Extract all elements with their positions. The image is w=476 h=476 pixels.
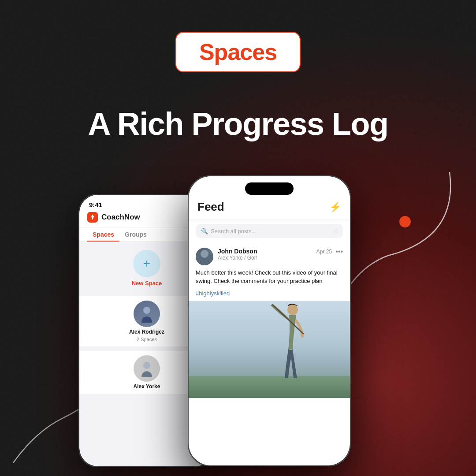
plus-icon: + xyxy=(143,257,150,271)
new-space-label: New Space xyxy=(132,280,162,286)
svg-point-1 xyxy=(143,362,150,369)
spaces-badge: Spaces xyxy=(175,32,301,72)
search-bar[interactable]: 🔍 Search all posts... ≡ xyxy=(196,224,343,238)
post-subtitle: Alex Yorke / Golf xyxy=(218,255,312,261)
post-meta: John Dobson Alex Yorke / Golf xyxy=(218,248,312,261)
main-headline: A Rich Progress Log xyxy=(88,106,388,142)
coachnow-logo-icon xyxy=(87,212,98,223)
avatar-alex-rodrigez xyxy=(134,301,160,327)
new-space-button[interactable]: + xyxy=(133,250,160,277)
orange-dot-decoration xyxy=(399,216,411,227)
svg-point-4 xyxy=(287,305,298,315)
svg-point-3 xyxy=(201,250,208,258)
feed-title: Feed xyxy=(197,200,224,214)
brand-name: CoachNow xyxy=(101,213,140,222)
post-date-area: Apr 25 ••• xyxy=(316,248,343,256)
post-hashtag: #highlyskilled xyxy=(189,289,350,301)
search-icon: 🔍 xyxy=(201,228,208,234)
svg-point-0 xyxy=(143,307,150,314)
post-avatar xyxy=(196,248,213,265)
filter-icon[interactable]: ≡ xyxy=(334,227,338,234)
tab-spaces[interactable]: Spaces xyxy=(87,227,119,242)
lightning-icon[interactable]: ⚡ xyxy=(329,201,341,213)
post-image xyxy=(189,301,350,398)
post-body: Much better this week! Check out this vi… xyxy=(189,269,350,289)
avatar-alex-yorke xyxy=(134,355,160,382)
status-time: 9:41 xyxy=(89,201,102,208)
feed-post: John Dobson Alex Yorke / Golf Apr 25 •••… xyxy=(189,242,350,398)
search-placeholder-text: Search all posts... xyxy=(211,228,331,234)
user-name-alex-yorke: Alex Yorke xyxy=(134,383,160,390)
user-spaces-alex-rodrigez: 2 Spaces xyxy=(137,337,157,342)
user-name-alex-rodrigez: Alex Rodrigez xyxy=(129,329,164,335)
post-author-name: John Dobson xyxy=(218,248,312,255)
dynamic-island xyxy=(245,182,294,195)
post-header: John Dobson Alex Yorke / Golf Apr 25 ••• xyxy=(189,242,350,269)
post-options-icon[interactable]: ••• xyxy=(335,248,343,256)
phone-right: Feed ⚡ 🔍 Search all posts... ≡ xyxy=(188,175,351,466)
tab-groups[interactable]: Groups xyxy=(119,227,152,242)
post-date: Apr 25 xyxy=(316,249,332,255)
